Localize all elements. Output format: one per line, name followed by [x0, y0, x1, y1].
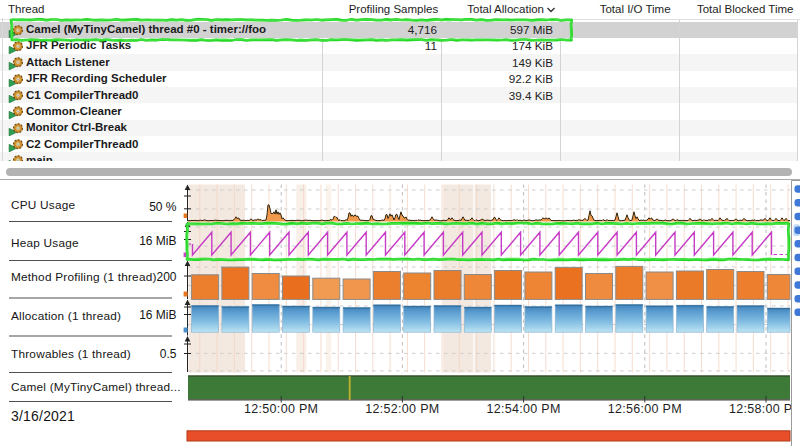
svg-text:0.5: 0.5 — [160, 347, 177, 361]
svg-text:12:54:00 PM: 12:54:00 PM — [487, 402, 561, 416]
svg-text:16 MiB: 16 MiB — [139, 234, 176, 248]
svg-text:50 %: 50 % — [149, 200, 177, 214]
svg-text:12:56:00 PM: 12:56:00 PM — [608, 402, 682, 416]
svg-text:Camel (MyTinyCamel) thread...: Camel (MyTinyCamel) thread... — [11, 380, 181, 394]
svg-text:Method Profiling (1 thread): Method Profiling (1 thread) — [11, 270, 157, 284]
svg-text:Heap Usage: Heap Usage — [11, 236, 79, 250]
svg-text:200: 200 — [156, 270, 176, 284]
svg-text:16 MiB: 16 MiB — [139, 308, 176, 322]
svg-text:CPU Usage: CPU Usage — [11, 198, 75, 212]
svg-text:12:52:00 PM: 12:52:00 PM — [365, 402, 439, 416]
svg-text:Throwables (1 thread): Throwables (1 thread) — [11, 347, 131, 361]
svg-text:12:58:00 PM: 12:58:00 PM — [729, 402, 800, 416]
svg-text:Allocation (1 thread): Allocation (1 thread) — [11, 309, 121, 323]
svg-text:12:50:00 PM: 12:50:00 PM — [244, 402, 318, 416]
svg-text:3/16/2021: 3/16/2021 — [11, 408, 75, 424]
